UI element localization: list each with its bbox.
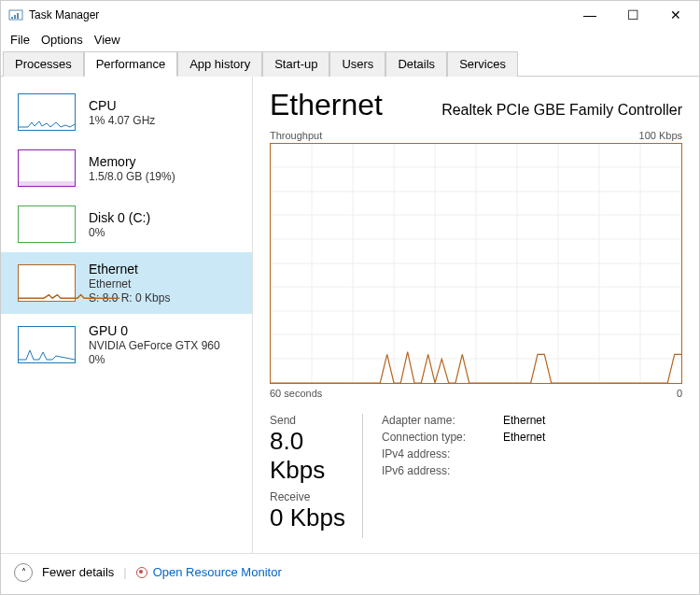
disk-thumbnail — [18, 205, 76, 243]
ethernet-title: Ethernet — [89, 262, 170, 276]
memory-title: Memory — [89, 154, 175, 169]
chart-bottom-left-label: 60 seconds — [270, 388, 322, 399]
menubar: File Options View — [1, 29, 699, 50]
cpu-sub: 1% 4.07 GHz — [89, 114, 155, 127]
menu-view[interactable]: View — [89, 31, 126, 49]
chart-top-left-label: Throughput — [270, 130, 322, 141]
disk-title: Disk 0 (C:) — [89, 210, 150, 225]
send-label: Send — [270, 414, 353, 427]
gpu-sub2: 0% — [89, 353, 220, 366]
tab-services[interactable]: Services — [447, 51, 518, 77]
close-button[interactable]: ✕ — [654, 1, 697, 29]
svg-rect-2 — [14, 15, 16, 19]
tab-users[interactable]: Users — [329, 51, 385, 77]
conn-type-val: Ethernet — [503, 431, 545, 444]
throughput-chart — [270, 143, 682, 384]
tab-app-history[interactable]: App history — [177, 51, 262, 77]
receive-value: 0 Kbps — [270, 503, 353, 532]
gpu-sub1: NVIDIA GeForce GTX 960 — [89, 339, 220, 352]
svg-rect-1 — [11, 17, 13, 19]
cpu-thumbnail — [18, 93, 76, 131]
gpu-title: GPU 0 — [89, 323, 220, 338]
gpu-thumbnail — [18, 326, 76, 363]
chevron-up-icon[interactable]: ˄ — [14, 563, 33, 582]
svg-rect-3 — [17, 13, 19, 19]
cpu-title: CPU — [89, 98, 155, 113]
menu-options[interactable]: Options — [35, 31, 89, 49]
adapter-name-key: Adapter name: — [382, 414, 503, 427]
adapter-name-val: Ethernet — [503, 414, 545, 427]
page-title: Ethernet — [270, 88, 383, 122]
maximize-button[interactable]: ☐ — [611, 1, 654, 29]
tab-performance[interactable]: Performance — [84, 51, 177, 77]
tabs: Processes Performance App history Start-… — [1, 50, 699, 77]
memory-thumbnail — [18, 149, 76, 187]
menu-file[interactable]: File — [5, 31, 35, 49]
window-title: Task Manager — [29, 8, 568, 21]
adapter-label: Realtek PCIe GBE Family Controller — [441, 102, 682, 119]
main-panel: Ethernet Realtek PCIe GBE Family Control… — [253, 77, 699, 553]
sidebar-item-cpu[interactable]: CPU 1% 4.07 GHz — [1, 84, 252, 140]
sidebar-item-ethernet[interactable]: Ethernet Ethernet S: 8.0 R: 0 Kbps — [1, 252, 252, 314]
disk-sub: 0% — [89, 226, 150, 239]
tab-details[interactable]: Details — [385, 51, 447, 77]
ipv4-key: IPv4 address: — [382, 447, 503, 460]
tab-startup[interactable]: Start-up — [262, 51, 329, 77]
chart-top-right-label: 100 Kbps — [639, 130, 682, 141]
ipv6-key: IPv6 address: — [382, 464, 503, 477]
footer: ˄ Fewer details | Open Resource Monitor — [1, 553, 699, 590]
resource-monitor-icon — [136, 567, 147, 578]
app-icon — [8, 7, 23, 22]
send-value: 8.0 Kbps — [270, 427, 353, 485]
sidebar-item-memory[interactable]: Memory 1.5/8.0 GB (19%) — [1, 140, 252, 196]
conn-type-key: Connection type: — [382, 431, 503, 444]
fewer-details-button[interactable]: Fewer details — [42, 565, 114, 579]
memory-sub: 1.5/8.0 GB (19%) — [89, 170, 175, 183]
sidebar: CPU 1% 4.07 GHz Memory 1.5/8.0 GB (19%) … — [1, 77, 253, 553]
titlebar: Task Manager — ☐ ✕ — [1, 1, 699, 29]
receive-label: Receive — [270, 490, 353, 503]
ethernet-thumbnail — [18, 264, 76, 302]
open-resource-monitor-link[interactable]: Open Resource Monitor — [136, 565, 282, 579]
sidebar-item-gpu[interactable]: GPU 0 NVIDIA GeForce GTX 960 0% — [1, 314, 252, 375]
sidebar-item-disk[interactable]: Disk 0 (C:) 0% — [1, 196, 252, 252]
tab-processes[interactable]: Processes — [3, 51, 84, 77]
chart-bottom-right-label: 0 — [677, 388, 682, 399]
minimize-button[interactable]: — — [568, 1, 611, 29]
